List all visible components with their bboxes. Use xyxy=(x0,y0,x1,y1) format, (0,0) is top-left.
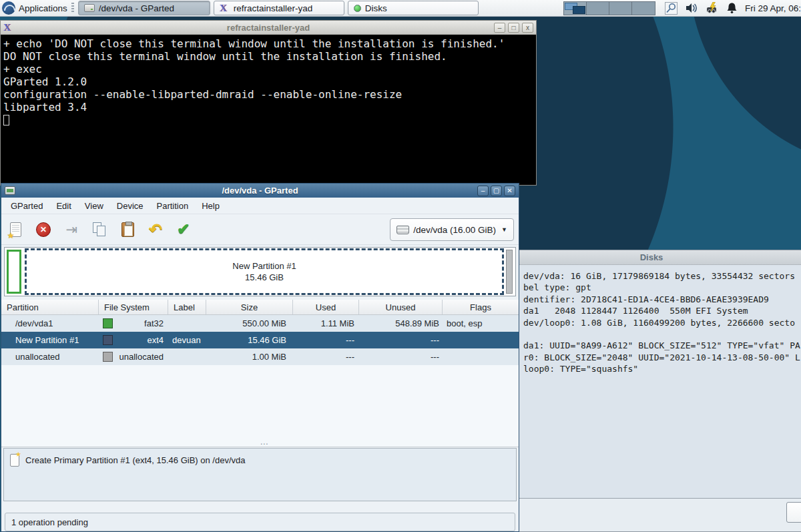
paste-button[interactable] xyxy=(113,222,142,237)
disks-titlebar[interactable]: Disks xyxy=(515,250,801,265)
row-used: --- xyxy=(293,352,359,362)
disks-footer-button[interactable] xyxy=(786,502,801,523)
copy-button[interactable] xyxy=(85,222,113,237)
operation-description[interactable]: Create Primary Partition #1 (ext4, 15.46… xyxy=(25,453,246,465)
undo-icon: ↶ xyxy=(149,222,162,238)
row-fs: ext4 xyxy=(147,335,164,345)
disk-visual-area: New Partition #1 15.46 GiB xyxy=(1,245,519,300)
terminal-titlebar[interactable]: X refractainstaller-yad – □ x xyxy=(1,21,536,35)
gparted-window-icon xyxy=(5,186,15,195)
workspace-1[interactable] xyxy=(564,2,587,15)
row-fs: fat32 xyxy=(144,318,164,328)
disks-output-text: dev/vda: 16 GiB, 17179869184 bytes, 3355… xyxy=(515,265,801,498)
row-fs: unallocated xyxy=(119,352,164,362)
statusbar-gap xyxy=(1,501,519,513)
terminal-line: + echo 'DO NOT close this terminal windo… xyxy=(3,37,533,50)
disks-footer xyxy=(515,498,801,531)
fs-color-swatch xyxy=(103,318,113,328)
row-size: 15.46 GiB xyxy=(206,335,293,345)
pending-operations-pane: Create Primary Partition #1 (ext4, 15.46… xyxy=(3,448,517,501)
menu-help[interactable]: Help xyxy=(195,199,226,213)
disks-window: Disks dev/vda: 16 GiB, 17179869184 bytes… xyxy=(514,250,801,532)
disks-line: dev/vda: 16 GiB, 17179869184 bytes, 3355… xyxy=(523,270,801,282)
col-used[interactable]: Used xyxy=(293,300,359,314)
disks-window-title: Disks xyxy=(640,252,663,262)
row-flags: boot, esp xyxy=(443,318,519,328)
new-partition-size: 15.46 GiB xyxy=(245,272,284,283)
disks-line: da1 2048 1128447 1126400 550M EFI System xyxy=(523,305,801,316)
col-partition[interactable]: Partition xyxy=(1,300,99,314)
col-label[interactable]: Label xyxy=(168,300,206,314)
task-label: /dev/vda - GParted xyxy=(99,3,174,13)
taskbar-button-disks[interactable]: Disks xyxy=(348,1,479,15)
apply-button[interactable]: ✔ xyxy=(170,222,198,237)
gparted-maximize-button[interactable]: ▢ xyxy=(491,186,502,196)
undo-button[interactable]: ↶ xyxy=(142,222,170,238)
resize-move-button[interactable]: ⇥ xyxy=(57,222,85,236)
col-filesystem[interactable]: File System xyxy=(99,300,168,314)
terminal-window-title: refractainstaller-yad xyxy=(1,23,536,33)
terminal-window: X refractainstaller-yad – □ x + echo 'DO… xyxy=(0,20,537,186)
gparted-minimize-button[interactable]: – xyxy=(477,186,489,196)
xterm-task-icon: X xyxy=(220,3,230,13)
unallocated-segment[interactable] xyxy=(506,250,513,294)
menu-edit[interactable]: Edit xyxy=(49,199,77,213)
new-partition-segment[interactable]: New Partition #1 15.46 GiB xyxy=(25,248,504,295)
terminal-maximize-button[interactable]: □ xyxy=(508,23,519,33)
workspace-3[interactable] xyxy=(609,2,632,15)
row-size: 1.00 MiB xyxy=(206,352,293,362)
partition-table: Partition File System Label Size Used Un… xyxy=(1,300,519,365)
table-row-vda1[interactable]: /dev/vda1 fat32 550.00 MiB 1.11 MiB 548.… xyxy=(1,315,519,332)
gparted-statusbar: 1 operation pending xyxy=(5,513,515,531)
disks-line: dev/loop0: 1.08 GiB, 1160499200 bytes, 2… xyxy=(523,317,801,328)
panel-clock[interactable]: Fri 29 Apr, 06: xyxy=(745,3,801,13)
paste-icon xyxy=(121,222,134,237)
gparted-close-button[interactable]: ✕ xyxy=(504,186,515,196)
table-empty-area xyxy=(1,365,519,447)
operation-icon xyxy=(10,454,19,467)
new-partition-button[interactable] xyxy=(1,222,29,237)
menu-device[interactable]: Device xyxy=(110,199,150,213)
task-label: Disks xyxy=(365,3,387,13)
delete-partition-button[interactable]: ✕ xyxy=(29,222,57,237)
col-unused[interactable]: Unused xyxy=(359,300,443,314)
workspace-4[interactable] xyxy=(632,2,655,15)
device-selector[interactable]: /dev/vda (16.00 GiB) ▼ xyxy=(390,218,514,241)
row-used: --- xyxy=(293,335,359,345)
table-row-new-partition[interactable]: New Partition #1 ext4 devuan 15.46 GiB -… xyxy=(1,332,519,348)
menu-view[interactable]: View xyxy=(78,199,110,213)
notifications-bell-icon[interactable] xyxy=(726,2,738,14)
drive-icon xyxy=(396,226,409,234)
terminal-output[interactable]: + echo 'DO NOT close this terminal windo… xyxy=(1,35,536,131)
apply-icon: ✔ xyxy=(177,222,190,237)
workspace-2[interactable] xyxy=(587,2,609,15)
partition-vda1-segment[interactable] xyxy=(7,250,21,294)
disks-task-icon xyxy=(354,5,361,12)
applications-menu-icon[interactable] xyxy=(2,1,15,15)
row-unused: --- xyxy=(359,335,443,345)
taskbar-button-refractainstaller[interactable]: X refractainstaller-yad xyxy=(214,1,344,15)
gparted-titlebar[interactable]: /dev/vda - GParted – ▢ ✕ xyxy=(1,184,519,198)
magnifier-icon[interactable] xyxy=(665,2,678,15)
menu-partition[interactable]: Partition xyxy=(150,199,196,213)
taskbar-button-gparted[interactable]: /dev/vda - GParted xyxy=(78,1,210,15)
gparted-task-icon xyxy=(84,4,95,12)
panel-grip-handle[interactable] xyxy=(71,3,74,13)
terminal-close-button[interactable]: x xyxy=(522,23,533,33)
applications-menu[interactable]: Applications xyxy=(19,3,67,13)
col-flags[interactable]: Flags xyxy=(443,300,519,314)
menu-gparted[interactable]: GParted xyxy=(4,199,49,213)
new-partition-icon xyxy=(10,222,21,237)
terminal-line: DO NOT close this terminal window until … xyxy=(3,50,533,63)
terminal-line: GParted 1.2.0 xyxy=(3,75,533,88)
volume-icon[interactable] xyxy=(685,2,698,14)
disks-line xyxy=(523,328,801,340)
terminal-line: libparted 3.4 xyxy=(3,101,533,113)
terminal-minimize-button[interactable]: – xyxy=(494,23,505,33)
workspace-switcher xyxy=(563,1,655,15)
device-selector-label: /dev/vda (16.00 GiB) xyxy=(413,225,496,235)
power-manager-icon[interactable] xyxy=(706,2,719,14)
terminal-line: configuration --enable-libparted-dmraid … xyxy=(3,88,533,101)
col-size[interactable]: Size xyxy=(206,300,293,314)
table-row-unallocated[interactable]: unallocated unallocated 1.00 MiB --- --- xyxy=(1,348,519,365)
